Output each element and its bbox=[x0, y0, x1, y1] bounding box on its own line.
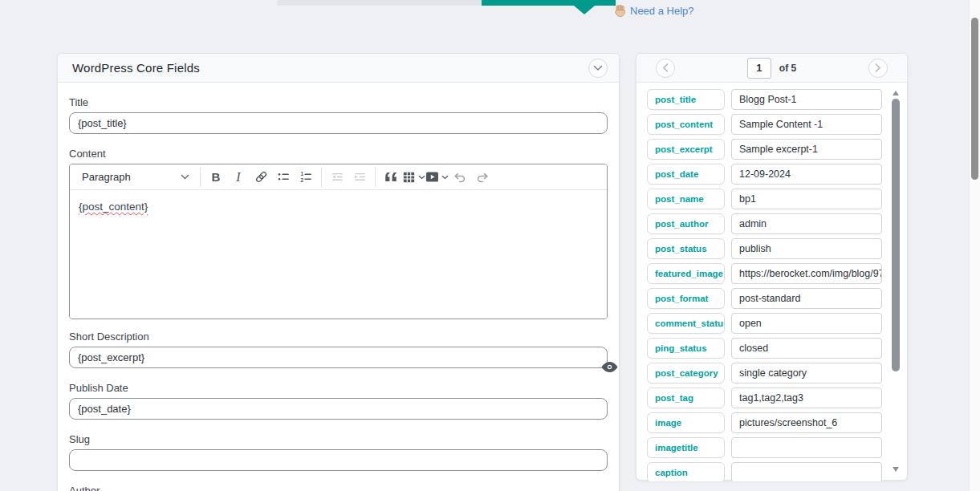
preview-scrollbar[interactable] bbox=[892, 91, 901, 475]
field-value-preview: open bbox=[731, 313, 882, 334]
field-mapping-row: post_title Blogg Post-1 bbox=[647, 89, 882, 110]
short-description-input[interactable] bbox=[69, 347, 608, 368]
svg-text:1: 1 bbox=[300, 171, 303, 177]
record-number-input[interactable] bbox=[747, 58, 771, 79]
redo-button[interactable] bbox=[471, 167, 494, 188]
bulleted-list-button[interactable] bbox=[272, 167, 295, 188]
indent-icon bbox=[353, 170, 367, 184]
field-value-preview: tag1,tag2,tag3 bbox=[731, 388, 882, 408]
outdent-icon bbox=[331, 170, 344, 184]
field-value-preview: 12-09-2024 bbox=[731, 164, 882, 185]
field-mapping-row: imagetitle bbox=[647, 437, 882, 458]
draggable-field-pill[interactable]: post_format bbox=[647, 288, 725, 309]
outdent-button[interactable] bbox=[326, 167, 348, 188]
svg-text:2: 2 bbox=[300, 177, 303, 183]
wordpress-core-fields-panel: WordPress Core Fields Title Content Para… bbox=[57, 53, 620, 491]
block-format-select[interactable]: Paragraph bbox=[77, 167, 196, 188]
draggable-field-pill[interactable]: post_content bbox=[647, 114, 725, 135]
editor-toolbar: Paragraph B I bbox=[70, 164, 607, 190]
blockquote-icon bbox=[384, 172, 397, 182]
progress-bar-fill bbox=[482, 0, 616, 6]
field-value-preview bbox=[731, 462, 882, 481]
preview-toggle-button[interactable] bbox=[601, 361, 618, 373]
table-icon bbox=[402, 171, 416, 184]
scroll-down-arrow-icon[interactable] bbox=[893, 467, 899, 472]
publish-date-input[interactable] bbox=[69, 398, 608, 420]
draggable-field-pill[interactable]: featured_image bbox=[647, 263, 725, 284]
draggable-field-pill[interactable]: post_name bbox=[647, 189, 725, 209]
field-mapping-row: caption bbox=[647, 462, 882, 481]
draggable-field-pill[interactable]: post_status bbox=[647, 238, 725, 259]
embed-media-icon bbox=[425, 171, 439, 183]
data-preview-panel: of 5 post_title Blogg Post-1 post_conten… bbox=[636, 53, 908, 481]
table-button[interactable] bbox=[402, 167, 425, 188]
field-mapping-row: ping_status closed bbox=[647, 338, 882, 359]
slug-input[interactable] bbox=[69, 449, 608, 471]
link-button[interactable] bbox=[250, 167, 272, 188]
field-mapping-list: post_title Blogg Post-1 post_content Sam… bbox=[636, 83, 907, 481]
content-editor: Paragraph B I bbox=[69, 164, 608, 319]
content-editor-textarea[interactable]: {post_content} bbox=[70, 190, 607, 319]
draggable-field-pill[interactable]: post_tag bbox=[647, 388, 725, 408]
field-mapping-row: post_tag tag1,tag2,tag3 bbox=[647, 388, 882, 408]
field-mapping-row: post_author admin bbox=[647, 213, 882, 234]
field-value-preview: closed bbox=[731, 338, 882, 359]
field-mapping-row: post_status publish bbox=[647, 238, 882, 259]
draggable-field-pill[interactable]: caption bbox=[647, 462, 725, 481]
link-icon bbox=[254, 170, 268, 184]
italic-icon: I bbox=[236, 170, 240, 185]
field-value-preview: https://berocket.com/img/blog/97001e bbox=[731, 263, 882, 284]
left-panel-title: WordPress Core Fields bbox=[58, 61, 200, 75]
next-record-button[interactable] bbox=[868, 59, 888, 78]
draggable-field-pill[interactable]: post_date bbox=[647, 164, 725, 185]
chevron-down-icon bbox=[418, 175, 425, 180]
progress-bar-track bbox=[277, 0, 616, 6]
redo-icon bbox=[475, 171, 490, 183]
eye-icon bbox=[601, 361, 618, 373]
numbered-list-icon: 1 2 bbox=[299, 170, 313, 184]
draggable-field-pill[interactable]: image bbox=[647, 412, 725, 433]
draggable-field-pill[interactable]: post_excerpt bbox=[647, 139, 725, 160]
field-mapping-row: post_name bp1 bbox=[647, 189, 882, 209]
field-mapping-row: post_content Sample Content -1 bbox=[647, 114, 882, 135]
record-total-label: of 5 bbox=[779, 63, 796, 74]
title-input[interactable] bbox=[69, 112, 608, 134]
draggable-field-pill[interactable]: post_category bbox=[647, 363, 725, 383]
field-value-preview: pictures/screenshot_6 bbox=[731, 412, 882, 433]
numbered-list-button[interactable]: 1 2 bbox=[295, 167, 317, 188]
bold-button[interactable]: B bbox=[205, 167, 227, 188]
need-help-link[interactable]: Need a Help? bbox=[615, 5, 694, 17]
content-placeholder-token: {post_content} bbox=[79, 201, 148, 213]
field-mapping-row: post_excerpt Sample excerpt-1 bbox=[647, 139, 882, 160]
preview-scrollbar-thumb[interactable] bbox=[892, 99, 900, 371]
blockquote-button[interactable] bbox=[380, 167, 402, 188]
page-scrollbar[interactable] bbox=[969, 0, 980, 491]
bulleted-list-icon bbox=[277, 170, 291, 184]
raised-hand-icon bbox=[615, 5, 626, 17]
field-mapping-row: post_date 12-09-2024 bbox=[647, 164, 882, 185]
draggable-field-pill[interactable]: post_title bbox=[647, 89, 725, 110]
previous-record-button[interactable] bbox=[656, 59, 675, 78]
indent-button[interactable] bbox=[348, 167, 371, 188]
title-field-label: Title bbox=[69, 96, 608, 108]
collapse-panel-button[interactable] bbox=[588, 59, 608, 78]
draggable-field-pill[interactable]: imagetitle bbox=[647, 437, 725, 458]
chevron-down-icon bbox=[181, 174, 189, 180]
field-value-preview bbox=[731, 437, 882, 458]
italic-button[interactable]: I bbox=[227, 167, 250, 188]
left-panel-header: WordPress Core Fields bbox=[58, 54, 619, 83]
undo-icon bbox=[453, 171, 467, 183]
chevron-down-icon bbox=[593, 65, 603, 71]
draggable-field-pill[interactable]: ping_status bbox=[647, 338, 725, 359]
need-help-label: Need a Help? bbox=[630, 5, 694, 17]
draggable-field-pill[interactable]: comment_status bbox=[647, 313, 725, 334]
embed-media-button[interactable] bbox=[425, 167, 449, 188]
field-value-preview: admin bbox=[731, 213, 882, 234]
page-scrollbar-thumb[interactable] bbox=[971, 18, 978, 180]
field-mapping-row: post_format post-standard bbox=[647, 288, 882, 309]
step-pointer-triangle bbox=[574, 6, 595, 14]
draggable-field-pill[interactable]: post_author bbox=[647, 213, 725, 234]
scroll-up-arrow-icon[interactable] bbox=[893, 91, 899, 95]
undo-button[interactable] bbox=[449, 167, 471, 188]
preview-pager-header: of 5 bbox=[636, 54, 907, 83]
